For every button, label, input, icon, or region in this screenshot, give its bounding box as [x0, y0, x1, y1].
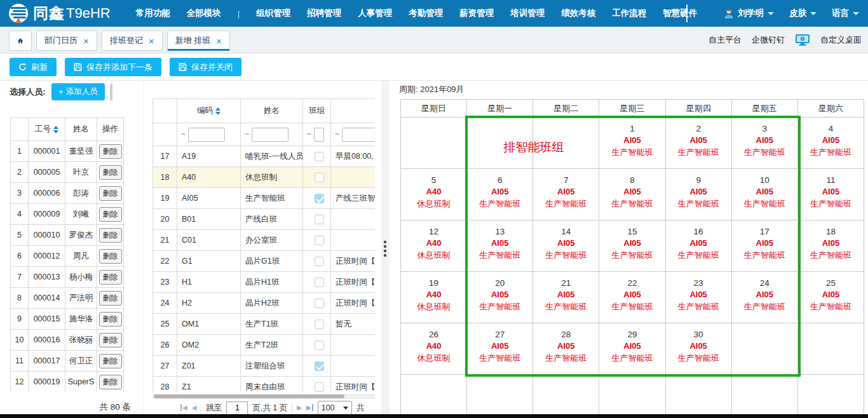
- top-menu-item[interactable]: 全部模块: [187, 8, 221, 19]
- calendar-cell[interactable]: 26A40休息班制: [401, 323, 467, 375]
- group-checkbox[interactable]: [315, 320, 324, 329]
- delete-button[interactable]: 删除: [99, 312, 122, 327]
- code-filter-input[interactable]: [188, 128, 225, 142]
- top-menu-item[interactable]: 绩效考核: [561, 8, 595, 19]
- tab-home[interactable]: [9, 30, 32, 51]
- tab-close-icon[interactable]: ×: [83, 36, 89, 46]
- delete-button[interactable]: 删除: [99, 375, 122, 389]
- delete-button[interactable]: 删除: [99, 354, 122, 368]
- pager-prev-icon[interactable]: ◀: [192, 405, 197, 411]
- group-checkbox[interactable]: [315, 361, 324, 371]
- group-checkbox[interactable]: [315, 278, 324, 287]
- calendar-cell[interactable]: 2AI05生产智能班: [665, 118, 731, 169]
- group-checkbox[interactable]: [315, 152, 324, 161]
- refresh-button[interactable]: 刷新: [10, 58, 57, 76]
- desc-filter-input[interactable]: [342, 128, 375, 142]
- calendar-cell[interactable]: [599, 375, 665, 415]
- group-checkbox[interactable]: [315, 257, 324, 266]
- calendar-cell[interactable]: 16AI05生产智能班: [665, 220, 731, 272]
- person-col-id[interactable]: 工号: [29, 118, 65, 141]
- calendar-cell[interactable]: [731, 323, 797, 375]
- pager-last-icon[interactable]: ▶: [306, 405, 313, 411]
- delete-button[interactable]: 删除: [99, 207, 122, 222]
- calendar-cell[interactable]: [533, 375, 599, 415]
- calendar-cell[interactable]: 27AI05生产智能班: [467, 323, 533, 375]
- calendar-cell[interactable]: 17AI05生产智能班: [731, 220, 797, 272]
- name-filter-input[interactable]: [252, 128, 288, 142]
- calendar-cell[interactable]: 30AI05生产智能班: [665, 323, 731, 375]
- group-checkbox[interactable]: [315, 236, 324, 245]
- calendar-cell[interactable]: [467, 375, 533, 415]
- top-menu-item[interactable]: 培训管理: [510, 8, 545, 19]
- calendar-cell[interactable]: [797, 323, 864, 375]
- calendar-cell[interactable]: 24AI05生产智能班: [731, 272, 797, 323]
- tab-close-icon[interactable]: ×: [149, 36, 154, 46]
- group-checkbox[interactable]: [315, 194, 324, 203]
- calendar-cell[interactable]: 14AI05生产智能班: [533, 220, 599, 272]
- group-checkbox[interactable]: [315, 340, 324, 350]
- group-checkbox[interactable]: [315, 299, 324, 308]
- calendar-cell[interactable]: 8AI05生产智能班: [599, 169, 665, 220]
- delete-button[interactable]: 删除: [99, 291, 122, 306]
- tab-item[interactable]: 新增 排班×: [167, 30, 230, 51]
- calendar-cell[interactable]: [665, 375, 731, 415]
- calendar-cell[interactable]: 29AI05生产智能班: [599, 323, 665, 375]
- calendar-cell[interactable]: [467, 118, 533, 169]
- splitter-handle-icon[interactable]: [384, 241, 386, 257]
- group-filter-input[interactable]: [314, 128, 324, 142]
- calendar-cell[interactable]: 4AI05生产智能班: [797, 118, 864, 169]
- user-menu[interactable]: 刘学明: [723, 8, 775, 19]
- calendar-cell[interactable]: 6AI05生产智能班: [467, 169, 533, 220]
- panel-grip[interactable]: [110, 84, 112, 100]
- calendar-cell[interactable]: 3AI05生产智能班: [731, 118, 797, 169]
- pager-first-icon[interactable]: ◀: [180, 405, 187, 411]
- calendar-cell[interactable]: 20AI05生产智能班: [467, 272, 533, 323]
- calendar-cell[interactable]: 1AI05生产智能班: [599, 118, 665, 169]
- delete-button[interactable]: 删除: [99, 186, 122, 201]
- group-checkbox[interactable]: [315, 382, 324, 392]
- page-number-input[interactable]: [226, 401, 248, 415]
- tabbar-link[interactable]: 自主平台: [709, 34, 742, 46]
- calendar-cell[interactable]: [731, 375, 797, 415]
- delete-button[interactable]: 删除: [99, 270, 122, 285]
- horizontal-scrollbar[interactable]: [153, 394, 375, 399]
- calendar-cell[interactable]: 22AI05生产智能班: [599, 272, 665, 323]
- delete-button[interactable]: 删除: [99, 228, 122, 243]
- calendar-cell[interactable]: 7AI05生产智能班: [533, 169, 599, 220]
- brand[interactable]: 同鑫 T9eHR: [9, 3, 111, 24]
- calendar-cell[interactable]: 28AI05生产智能班: [533, 323, 599, 375]
- save-and-close-button[interactable]: 保存并关闭: [170, 58, 241, 76]
- skin-menu[interactable]: 皮肤: [789, 8, 817, 19]
- page-size-select[interactable]: 100: [318, 401, 352, 415]
- top-menu-item[interactable]: 工作流程: [612, 8, 646, 19]
- tab-close-icon[interactable]: ×: [216, 36, 222, 46]
- calendar-cell[interactable]: 18AI05生产智能班: [797, 220, 864, 272]
- top-menu-item[interactable]: 薪资管理: [459, 8, 494, 19]
- calendar-cell[interactable]: 23AI05生产智能班: [665, 272, 731, 323]
- calendar-cell[interactable]: 21AI05生产智能班: [533, 272, 599, 323]
- pager-next-icon[interactable]: ▶: [297, 405, 302, 411]
- tabbar-link[interactable]: 自定义桌面: [820, 34, 862, 46]
- calendar-cell[interactable]: 10AI05生产智能班: [731, 169, 797, 220]
- group-checkbox[interactable]: [315, 215, 324, 224]
- calendar-cell[interactable]: 5A40休息班制: [401, 169, 467, 220]
- save-and-next-button[interactable]: 保存并添加下一条: [65, 58, 161, 76]
- panel-splitter[interactable]: [381, 81, 390, 414]
- desktop-icon[interactable]: [795, 34, 810, 46]
- top-menu-item[interactable]: 考勤管理: [409, 8, 443, 19]
- delete-button[interactable]: 删除: [99, 249, 122, 264]
- tab-item[interactable]: 排班登记×: [102, 30, 163, 51]
- top-menu-item[interactable]: 人事管理: [358, 8, 392, 19]
- calendar-cell[interactable]: [401, 375, 467, 415]
- calendar-cell[interactable]: [533, 118, 599, 169]
- top-menu-item[interactable]: 常用功能: [136, 8, 170, 19]
- calendar-cell[interactable]: 11AI05生产智能班: [797, 169, 864, 220]
- top-menu-item[interactable]: 组织管理: [256, 8, 290, 19]
- calendar-cell[interactable]: 15AI05生产智能班: [599, 220, 665, 272]
- calendar-cell[interactable]: 19A40休息班制: [401, 272, 467, 323]
- calendar-cell[interactable]: [401, 118, 467, 169]
- calendar-cell[interactable]: [797, 375, 864, 415]
- group-checkbox[interactable]: [315, 173, 324, 182]
- calendar-cell[interactable]: 9AI05生产智能班: [665, 169, 731, 220]
- delete-button[interactable]: 删除: [99, 333, 122, 347]
